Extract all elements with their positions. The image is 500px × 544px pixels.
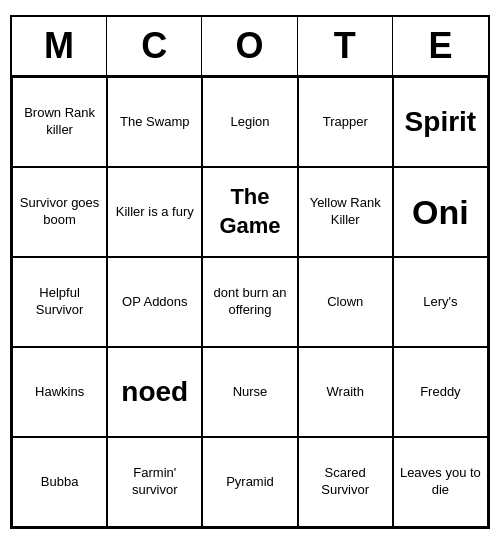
header-letter-t: T [298, 17, 393, 75]
bingo-cell-24: Leaves you to die [393, 437, 488, 527]
bingo-cell-8: Yellow Rank Killer [298, 167, 393, 257]
bingo-cell-13: Clown [298, 257, 393, 347]
bingo-cell-3: Trapper [298, 77, 393, 167]
bingo-cell-16: noed [107, 347, 202, 437]
bingo-cell-18: Wraith [298, 347, 393, 437]
bingo-cell-23: Scared Survivor [298, 437, 393, 527]
bingo-cell-0: Brown Rank killer [12, 77, 107, 167]
bingo-cell-2: Legion [202, 77, 297, 167]
bingo-cell-4: Spirit [393, 77, 488, 167]
bingo-cell-20: Bubba [12, 437, 107, 527]
bingo-cell-21: Farmin' survivor [107, 437, 202, 527]
bingo-grid: Brown Rank killerThe SwampLegionTrapperS… [12, 77, 488, 527]
bingo-cell-22: Pyramid [202, 437, 297, 527]
bingo-cell-5: Survivor goes boom [12, 167, 107, 257]
bingo-cell-6: Killer is a fury [107, 167, 202, 257]
bingo-cell-10: Helpful Survivor [12, 257, 107, 347]
bingo-cell-14: Lery's [393, 257, 488, 347]
bingo-cell-9: Oni [393, 167, 488, 257]
bingo-cell-12: dont burn an offering [202, 257, 297, 347]
header-letter-o: O [202, 17, 297, 75]
bingo-cell-17: Nurse [202, 347, 297, 437]
bingo-cell-1: The Swamp [107, 77, 202, 167]
header-letter-e: E [393, 17, 488, 75]
bingo-cell-15: Hawkins [12, 347, 107, 437]
header-letter-m: M [12, 17, 107, 75]
bingo-cell-7: The Game [202, 167, 297, 257]
bingo-cell-19: Freddy [393, 347, 488, 437]
bingo-cell-11: OP Addons [107, 257, 202, 347]
bingo-header: MCOTE [12, 17, 488, 77]
header-letter-c: C [107, 17, 202, 75]
bingo-card: MCOTE Brown Rank killerThe SwampLegionTr… [10, 15, 490, 529]
